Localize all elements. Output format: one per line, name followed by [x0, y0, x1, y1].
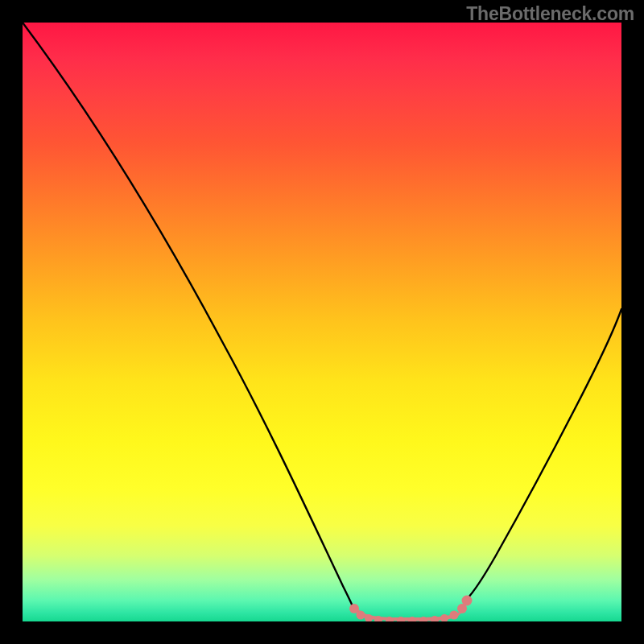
plot-area: [23, 23, 621, 621]
svg-point-6: [408, 617, 416, 621]
curves-layer: [23, 23, 621, 621]
watermark-text: TheBottleneck.com: [466, 3, 634, 25]
svg-point-9: [440, 614, 448, 621]
left-curve: [23, 23, 354, 610]
svg-point-5: [397, 617, 405, 621]
right-curve: [467, 309, 621, 599]
bottom-marker-band: [349, 596, 473, 622]
svg-point-12: [462, 596, 473, 606]
svg-point-8: [431, 616, 439, 621]
chart-frame: TheBottleneck.com: [0, 0, 644, 644]
svg-point-10: [450, 611, 459, 620]
svg-point-1: [357, 611, 365, 620]
